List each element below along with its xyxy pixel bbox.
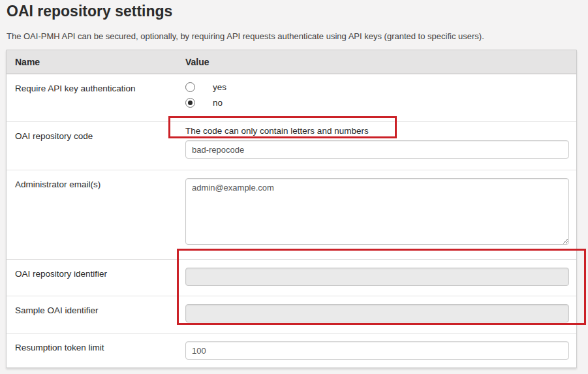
table-row: OAI repository identifier [7,259,576,296]
setting-label-resumption-limit: Resumption token limit [7,334,185,367]
radio-button-yes[interactable] [185,82,195,92]
radio-label-yes[interactable]: yes [213,82,226,92]
table-row: Sample OAI identifier [7,296,576,333]
settings-table: Name Value Require API key authenticatio… [6,50,577,368]
radio-option-yes[interactable]: yes [185,82,569,92]
sample-identifier-input [185,304,569,322]
setting-value-sample-identifier [185,296,576,333]
repo-identifier-input [185,268,569,286]
admin-email-textarea[interactable]: admin@example.com [185,178,569,245]
table-header-row: Name Value [7,50,576,74]
table-row: Administrator email(s) admin@example.com [7,170,576,259]
column-header-name: Name [7,57,185,67]
oai-settings-page: OAI repository settings The OAI-PMH API … [0,0,588,374]
setting-label-admin-email: Administrator email(s) [7,170,185,259]
radio-button-no[interactable] [185,98,195,108]
table-row: Resumption token limit [7,333,576,367]
setting-label-api-key-auth: Require API key authentication [7,74,185,121]
setting-value-admin-email: admin@example.com [185,170,576,259]
validation-error-message: The code can only contain letters and nu… [185,122,569,140]
radio-option-no[interactable]: no [185,98,569,108]
column-header-value: Value [185,57,576,67]
setting-value-repo-code: The code can only contain letters and nu… [185,122,576,170]
setting-label-repo-code: OAI repository code [7,122,185,170]
setting-label-repo-identifier: OAI repository identifier [7,260,185,296]
page-description: The OAI-PMH API can be secured, optional… [7,31,484,41]
setting-value-api-key-auth: yes no [185,74,576,121]
page-title: OAI repository settings [7,3,172,20]
resumption-limit-input[interactable] [185,341,569,360]
radio-label-no[interactable]: no [213,98,223,108]
table-row: OAI repository code The code can only co… [7,121,576,170]
table-row: Require API key authentication yes no [7,74,576,121]
setting-label-sample-identifier: Sample OAI identifier [7,296,185,333]
setting-value-repo-identifier [185,260,576,296]
setting-value-resumption-limit [185,334,576,367]
repo-code-input[interactable] [185,140,569,159]
